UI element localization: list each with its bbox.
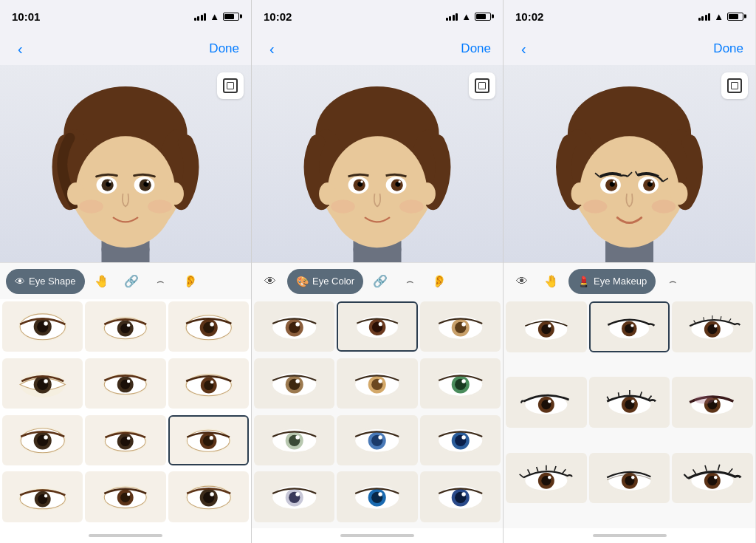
color-option-2-3[interactable] — [420, 301, 501, 352]
battery-icon-1 — [223, 13, 239, 21]
tab-face-shape-2[interactable]: 👂 — [427, 269, 452, 294]
tab-eyebag-2[interactable]: ⌢ — [397, 269, 422, 294]
status-bar-3: 10:02 ▲ — [504, 0, 755, 33]
color-option-2-5[interactable] — [337, 358, 417, 409]
eye-option-1-2[interactable] — [85, 301, 165, 352]
eye-option-1-1[interactable] — [2, 301, 83, 352]
top-nav-1: ‹ Done — [0, 33, 251, 65]
tab-eyebrow-3[interactable]: 🤚 — [539, 269, 564, 294]
makeup-option-3-3[interactable] — [672, 453, 753, 504]
color-option-2-11[interactable] — [337, 471, 417, 522]
svg-point-241 — [714, 476, 717, 479]
svg-point-146 — [295, 492, 299, 496]
svg-point-204 — [548, 400, 551, 403]
svg-point-172 — [613, 180, 615, 182]
back-button-1[interactable]: ‹ — [12, 38, 29, 61]
eye-option-4-3[interactable] — [168, 471, 249, 522]
status-time-1: 10:01 — [12, 10, 40, 23]
done-button-1[interactable]: Done — [209, 41, 239, 56]
color-option-2-1[interactable] — [254, 301, 334, 352]
tab-eyebrow[interactable]: 🤚 — [89, 269, 114, 294]
svg-point-131 — [295, 436, 299, 440]
color-option-2-9[interactable] — [420, 415, 501, 465]
svg-point-116 — [295, 379, 299, 383]
preview-button-1[interactable] — [217, 72, 244, 99]
makeup-option-2-1[interactable] — [506, 377, 587, 428]
battery-icon-3 — [727, 13, 743, 21]
signal-icon-3 — [698, 12, 711, 21]
svg-point-77 — [210, 492, 213, 496]
home-indicator-1 — [0, 528, 251, 543]
done-button-3[interactable]: Done — [713, 41, 743, 56]
svg-point-164 — [571, 182, 588, 205]
eye-option-3-1[interactable] — [2, 415, 83, 465]
status-icons-1: ▲ — [194, 11, 239, 22]
color-option-2-12[interactable] — [420, 471, 501, 522]
tab-eye-shape-2[interactable]: 👁 — [258, 269, 283, 294]
back-button-2[interactable]: ‹ — [264, 38, 281, 61]
tab-face-shape[interactable]: 👂 — [178, 269, 203, 294]
eye-option-1-3[interactable] — [168, 301, 249, 352]
status-time-3: 10:02 — [515, 10, 543, 23]
svg-point-37 — [44, 379, 47, 383]
makeup-option-1-2[interactable] — [589, 301, 670, 352]
eye-option-2-3[interactable] — [168, 358, 249, 409]
eye-option-3-2[interactable] — [85, 415, 165, 465]
tab-eye-shape-3[interactable]: 👁 — [509, 269, 535, 294]
done-button-2[interactable]: Done — [461, 41, 491, 56]
tab-eyelash-2[interactable]: 🔗 — [368, 269, 393, 294]
makeup-option-1-3[interactable] — [672, 301, 753, 352]
home-bar-2 — [340, 534, 414, 537]
back-button-3[interactable]: ‹ — [515, 38, 532, 61]
tab-eyebag[interactable]: ⌢ — [148, 269, 173, 294]
tab-eye-shape[interactable]: 👁 Eye Shape — [6, 269, 85, 294]
svg-point-16 — [146, 180, 148, 182]
tab-eyebag-3[interactable]: ⌢ — [660, 269, 685, 294]
tab-eye-color[interactable]: 🎨 Eye Color — [287, 269, 363, 294]
svg-line-230 — [554, 465, 556, 471]
memoji-face-1 — [0, 65, 251, 262]
makeup-option-2-3[interactable] — [672, 377, 753, 428]
svg-point-209 — [631, 400, 634, 403]
makeup-option-3-1[interactable] — [506, 453, 587, 504]
color-option-2-2[interactable] — [337, 301, 417, 352]
svg-point-17 — [79, 199, 103, 214]
eye-option-4-2[interactable] — [85, 471, 165, 522]
preview-icon-3 — [727, 78, 742, 93]
category-tabs-1: 👁 Eye Shape 🤚 🔗 ⌢ 👂 — [0, 262, 251, 299]
eye-option-2-1[interactable] — [2, 358, 83, 409]
svg-point-121 — [379, 379, 382, 383]
svg-point-72 — [127, 493, 130, 496]
svg-point-194 — [714, 324, 717, 327]
preview-button-2[interactable] — [469, 72, 495, 99]
svg-line-226 — [520, 474, 523, 477]
status-bar-1: 10:01 ▲ — [0, 0, 251, 33]
makeup-option-2-2[interactable] — [589, 377, 670, 428]
svg-point-151 — [379, 492, 382, 496]
makeup-option-1-1[interactable] — [506, 301, 587, 352]
tab-eyelash[interactable]: 🔗 — [119, 269, 144, 294]
makeup-option-3-2[interactable] — [589, 453, 670, 504]
avatar-area-2 — [252, 65, 503, 262]
preview-button-3[interactable] — [721, 72, 748, 99]
signal-icon-1 — [194, 12, 207, 21]
status-time-2: 10:02 — [264, 10, 292, 23]
eye-option-4-1[interactable] — [2, 471, 83, 522]
eye-makeup-grid — [504, 299, 755, 528]
svg-point-236 — [631, 476, 634, 479]
color-option-2-6[interactable] — [420, 358, 501, 409]
color-option-2-4[interactable] — [254, 358, 334, 409]
color-option-2-7[interactable] — [254, 415, 334, 465]
svg-point-18 — [148, 199, 172, 214]
eye-option-2-2[interactable] — [85, 358, 165, 409]
tab-eye-makeup[interactable]: 💄 Eye Makeup — [568, 269, 656, 294]
home-bar-3 — [593, 534, 667, 537]
svg-point-85 — [319, 182, 336, 205]
color-option-2-10[interactable] — [254, 471, 334, 522]
svg-point-6 — [76, 136, 176, 247]
memoji-face-3 — [504, 65, 755, 262]
svg-point-184 — [548, 324, 551, 327]
svg-point-101 — [295, 322, 299, 326]
color-option-2-8[interactable] — [337, 415, 417, 465]
eye-option-3-3[interactable] — [168, 415, 249, 465]
